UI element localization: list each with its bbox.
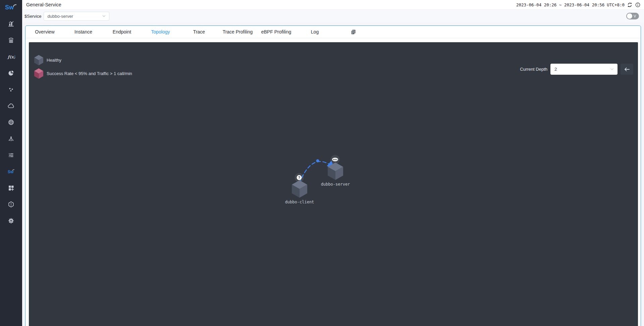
service-bar: $Service dubbo-server V (22, 10, 644, 22)
svg-text:ƒ(x): ƒ(x) (7, 54, 15, 59)
sidebar-item-topology[interactable] (0, 130, 22, 147)
service-select-value: dubbo-server (48, 14, 73, 19)
pie-chart-icon (8, 70, 14, 76)
node-label-dubbo-client: dubbo-client (285, 200, 314, 204)
page-title: General-Service (26, 2, 61, 7)
time-range-box: 2023-06-04 20:26 ~ 2023-06-04 20:56 UTC+… (516, 2, 641, 8)
sidebar-item-widgets[interactable] (0, 180, 22, 196)
sidebar-nav: ƒ(x) (0, 15, 22, 229)
layers-icon (8, 37, 14, 44)
node-dubbo-server[interactable]: dubbo dubbo-server (321, 155, 350, 187)
node-dubbo-client[interactable]: ? dubbo-client (285, 173, 314, 205)
sidebar-item-list[interactable] (0, 147, 22, 163)
edge-midpoint-dot (316, 159, 319, 162)
header: General-Service 2023-06-04 20:26 ~ 2023-… (22, 0, 644, 10)
scatter-icon (8, 86, 14, 93)
node-label-dubbo-server: dubbo-server (321, 182, 350, 187)
function-icon: ƒ(x) (7, 53, 15, 60)
sidebar-item-skywalking[interactable]: Sw (0, 163, 22, 180)
sidebar-item-scatter[interactable] (0, 81, 22, 97)
logo-swoosh-icon (13, 3, 17, 7)
sidebar-item-alarm[interactable] (0, 196, 22, 212)
client-badge-text: ? (298, 176, 300, 180)
service-label: $Service (24, 14, 42, 19)
time-range: 2023-06-04 20:26 ~ 2023-06-04 20:56 (516, 2, 604, 7)
tab-instance[interactable]: Instance (64, 29, 103, 35)
sidebar-item-settings[interactable] (0, 212, 22, 229)
server-badge-text: dubbo (333, 159, 337, 160)
tab-overview[interactable]: Overview (25, 29, 64, 35)
topology-graph[interactable]: dubbo dubbo-server ? dubbo-client (29, 42, 638, 326)
sidebar-item-browser[interactable] (0, 114, 22, 130)
cloud-icon (7, 103, 15, 109)
toggle-knob (627, 13, 632, 19)
refresh-button[interactable] (627, 2, 633, 8)
tab-bar: Overview Instance Endpoint Topology Trac… (25, 26, 641, 38)
tab-trace[interactable]: Trace (180, 29, 218, 35)
topology-panel[interactable]: Healthy Success Rate < 95% and Traffic >… (29, 42, 638, 326)
sidebar-item-functions[interactable]: ƒ(x) (0, 48, 22, 65)
sidebar-item-profiles[interactable] (0, 65, 22, 81)
tab-log[interactable]: Log (296, 29, 334, 35)
copy-pages-icon (350, 29, 357, 35)
info-icon (635, 2, 641, 8)
list-icon (8, 152, 14, 158)
tab-endpoint[interactable]: Endpoint (103, 29, 141, 35)
info-button[interactable] (635, 2, 641, 8)
app-logo[interactable]: Sw (0, 0, 22, 15)
shield-alert-icon (8, 201, 14, 208)
gear-icon (8, 217, 14, 224)
chevron-down-icon (102, 14, 106, 18)
bar-chart-icon (8, 20, 14, 27)
tab-trace-profiling[interactable]: Trace Profiling (218, 29, 257, 35)
widgets-plus-icon (8, 185, 14, 191)
service-view-card: Overview Instance Endpoint Topology Trac… (25, 25, 641, 326)
sidebar-item-layers[interactable] (0, 32, 22, 48)
refresh-icon (627, 2, 633, 8)
version-toggle[interactable]: V (626, 13, 639, 19)
sidebar: Sw ƒ(x) (0, 0, 22, 326)
topology-icon (8, 135, 14, 142)
skywalking-logo-text: Sw (5, 4, 14, 11)
service-select[interactable]: dubbo-server (44, 12, 109, 21)
tab-ebpf-profiling[interactable]: eBPF Profiling (257, 29, 296, 35)
globe-icon (8, 119, 14, 126)
sidebar-item-cloud[interactable] (0, 97, 22, 114)
skywalking-icon: Sw (7, 168, 15, 175)
toggle-label: V (634, 14, 636, 18)
sidebar-item-dashboards[interactable] (0, 15, 22, 32)
tab-topology[interactable]: Topology (141, 29, 180, 35)
compare-tabs-button[interactable] (350, 29, 357, 35)
timezone: UTC+8:0 (607, 2, 625, 7)
